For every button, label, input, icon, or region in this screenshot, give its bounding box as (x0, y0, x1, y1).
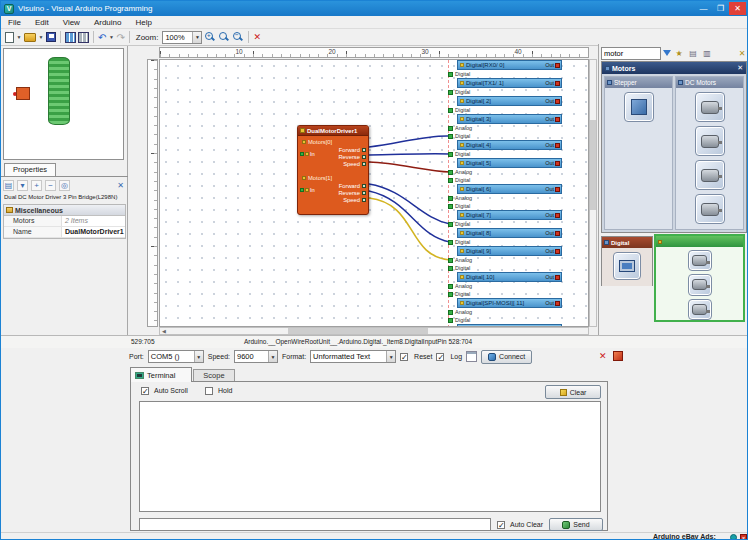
pin-in-1[interactable]: In (300, 187, 315, 193)
close-properties-icon[interactable]: ✕ (115, 180, 126, 191)
dc-motor-component-icon[interactable] (695, 126, 725, 156)
find-property-icon[interactable]: ◎ (59, 180, 70, 191)
property-row-motors[interactable]: Motors 2 Items (4, 216, 125, 227)
overview-panel[interactable] (3, 48, 124, 160)
dc-motors-subcategory-header[interactable]: DC Motors (676, 77, 743, 88)
component-search-input[interactable] (601, 47, 661, 60)
pin-connector[interactable] (300, 152, 304, 156)
undo-icon[interactable]: ↶ (98, 31, 106, 44)
out-pin-connector[interactable] (555, 117, 560, 122)
input-pin-connector[interactable] (448, 292, 453, 297)
zoom-in-icon[interactable]: + (204, 31, 216, 43)
scroll-left-icon[interactable]: ◀ (160, 328, 168, 334)
selected-category-header[interactable] (656, 236, 743, 247)
input-pin-connector[interactable] (448, 204, 453, 209)
out-pin-connector[interactable] (555, 187, 560, 192)
reset-checkbox[interactable] (400, 353, 408, 361)
stop-icon[interactable] (613, 351, 623, 361)
channel-input-pin[interactable]: Digital (448, 88, 562, 96)
out-pin-connector[interactable] (555, 275, 560, 280)
channel-input-pin[interactable]: Digital (448, 264, 562, 272)
menu-file[interactable]: File (1, 18, 28, 27)
pin-connector[interactable] (362, 162, 366, 166)
open-project-dropdown-icon[interactable]: ▼ (38, 34, 44, 40)
ads-close-icon[interactable]: ✕ (740, 534, 747, 540)
dc-motor-component-icon[interactable] (695, 160, 725, 190)
out-pin-connector[interactable] (555, 63, 560, 68)
design-canvas[interactable]: Digital[RX0/ 0]Out Digital Digital[TX1/ … (159, 59, 589, 327)
pin-connector[interactable] (362, 198, 366, 202)
speed-select[interactable]: 9600▼ (234, 350, 278, 363)
send-input[interactable] (139, 518, 491, 531)
close-icon[interactable]: ✕ (737, 64, 743, 72)
clear-button[interactable]: Clear (545, 385, 601, 399)
pin-forward-1[interactable]: Forward (339, 182, 366, 189)
input-pin-connector[interactable] (448, 258, 453, 263)
dc-motor-component-icon[interactable] (695, 194, 725, 224)
input-pin-connector[interactable] (448, 108, 453, 113)
pin-connector[interactable] (362, 191, 366, 195)
digital-channel-bar[interactable]: Digital[TX1/ 1]Out (457, 78, 562, 88)
digital-channel-bar[interactable]: Digital[ 6]Out (457, 184, 562, 194)
channel-input-pin[interactable]: Digital (448, 220, 562, 228)
board-view-alt-icon[interactable] (78, 31, 89, 44)
component-header[interactable]: DualMotorDriver1 (298, 126, 368, 136)
channel-input-pin[interactable]: Digital (448, 238, 562, 246)
digital-channel-bar[interactable]: Digital[ 7]Out (457, 210, 562, 220)
input-pin-connector[interactable] (448, 318, 453, 323)
tab-properties[interactable]: Properties (4, 163, 56, 176)
close-button[interactable]: ✕ (729, 2, 746, 15)
zoom-dropdown-icon[interactable]: ▼ (192, 32, 201, 43)
auto-scroll-checkbox[interactable] (141, 387, 149, 395)
digital-channel-bar[interactable]: Digital[ 2]Out (457, 96, 562, 106)
input-pin-connector[interactable] (448, 310, 453, 315)
menu-view[interactable]: View (56, 18, 87, 27)
input-pin-connector[interactable] (448, 134, 453, 139)
channel-input-pin[interactable]: Digital (448, 132, 562, 140)
pin-connector[interactable] (300, 188, 304, 192)
menu-help[interactable]: Help (128, 18, 158, 27)
channel-input-pin[interactable]: Analog (448, 194, 562, 202)
input-pin-connector[interactable] (448, 72, 453, 77)
input-pin-connector[interactable] (448, 284, 453, 289)
input-pin-connector[interactable] (448, 90, 453, 95)
out-pin-connector[interactable] (555, 99, 560, 104)
channel-input-pin[interactable]: Digital (448, 106, 562, 114)
dropdown-icon[interactable]: ▼ (268, 351, 277, 362)
new-project-dropdown-icon[interactable]: ▼ (16, 34, 22, 40)
input-pin-connector[interactable] (448, 152, 453, 157)
categorized-view-icon[interactable]: ▤ (3, 180, 14, 191)
channel-input-pin[interactable]: Analog (448, 168, 562, 176)
motor-component-icon[interactable] (688, 274, 712, 295)
maximize-button[interactable]: ❐ (712, 2, 729, 15)
digital-channel-bar[interactable]: Digital[RX0/ 0]Out (457, 60, 562, 70)
dropdown-icon[interactable]: ▼ (194, 351, 203, 362)
input-pin-connector[interactable] (448, 240, 453, 245)
pin-in-0[interactable]: In (300, 151, 315, 157)
out-pin-connector[interactable] (555, 301, 560, 306)
log-checkbox[interactable] (436, 353, 444, 361)
channel-input-pin[interactable]: Analog (448, 124, 562, 132)
input-pin-connector[interactable] (448, 222, 453, 227)
save-project-icon[interactable] (46, 31, 56, 44)
motors-category-header[interactable]: Motors ✕ (602, 62, 746, 74)
motor-component-icon[interactable] (688, 250, 712, 271)
channel-input-pin[interactable]: Analog (448, 282, 562, 290)
channel-input-pin[interactable]: Analog (448, 308, 562, 316)
dual-motor-driver-component[interactable]: DualMotorDriver1 Motors[0] Forward Rever… (297, 125, 369, 215)
digital-channel-bar[interactable]: Digital[ 10]Out (457, 272, 562, 282)
zoom-out-icon[interactable]: − (232, 31, 244, 43)
channel-input-pin[interactable]: Digital (448, 290, 562, 298)
board-view-icon[interactable] (65, 31, 76, 44)
filter-icon[interactable] (663, 50, 671, 56)
collapse-all-icon[interactable]: − (45, 180, 56, 191)
property-row-name[interactable]: Name DualMotorDriver1 (4, 227, 125, 238)
log-file-icon[interactable] (466, 351, 477, 362)
menu-arduino[interactable]: Arduino (87, 18, 129, 27)
open-project-icon[interactable] (24, 31, 36, 44)
tab-terminal[interactable]: Terminal (130, 367, 192, 382)
close-toolbox-icon[interactable]: ✕ (736, 47, 748, 59)
zoom-select[interactable]: 100% ▼ (162, 31, 202, 44)
disconnect-icon[interactable]: ✕ (599, 351, 607, 361)
channel-input-pin[interactable]: Digital (448, 316, 562, 324)
